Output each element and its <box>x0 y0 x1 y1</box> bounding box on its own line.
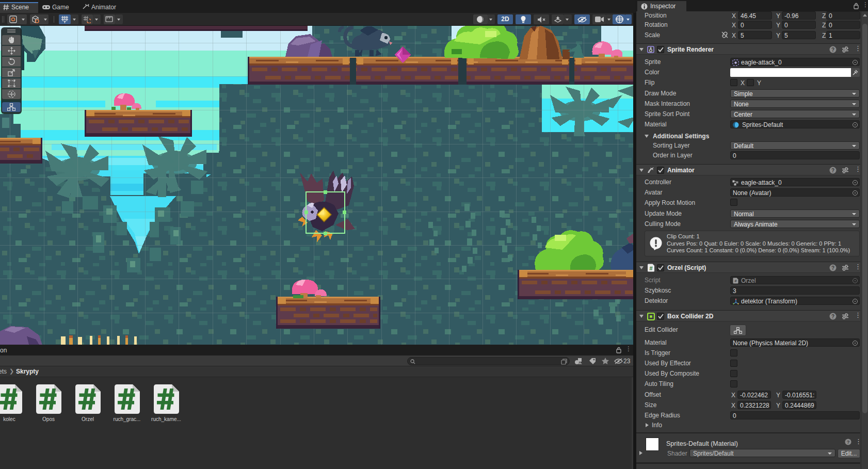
svg-text:?: ? <box>831 47 834 53</box>
svg-text:?: ? <box>831 265 834 271</box>
svg-text:?: ? <box>831 168 834 173</box>
svg-text:?: ? <box>831 314 834 319</box>
svg-text:#: # <box>649 265 652 271</box>
svg-text:#: # <box>734 279 737 283</box>
svg-text:?: ? <box>847 440 850 445</box>
